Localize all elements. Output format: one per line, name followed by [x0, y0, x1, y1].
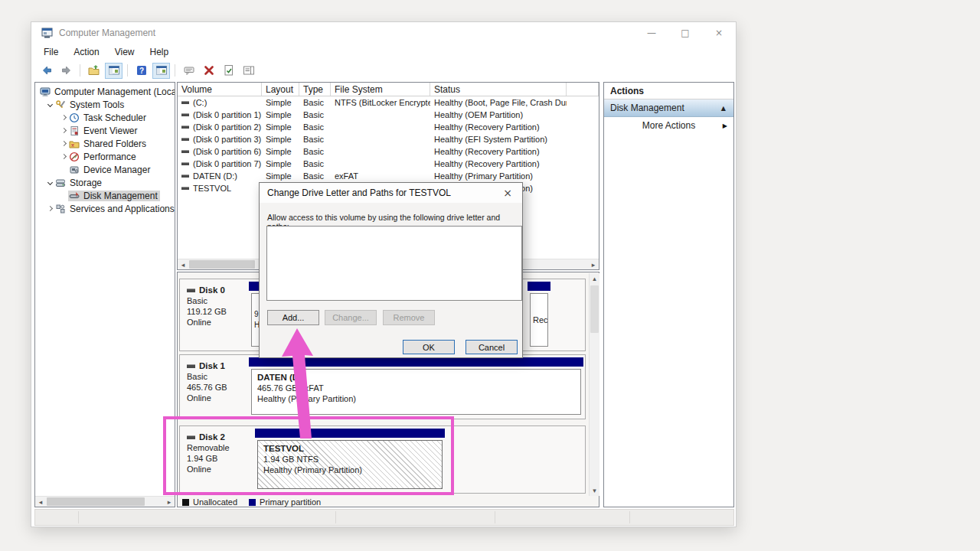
task-scheduler-icon	[69, 112, 80, 123]
services-icon	[55, 204, 67, 214]
window-title: Computer Management	[59, 28, 155, 38]
toolbar-separator	[80, 64, 80, 77]
remove-button[interactable]: Remove	[383, 310, 435, 325]
legend-unallocated: Unallocated	[182, 497, 237, 507]
disk-2-label[interactable]: Disk 2 Removable 1.94 GB Online	[180, 426, 247, 493]
tree-item-computer-management[interactable]: Computer Management (Local	[35, 85, 175, 98]
delete-icon[interactable]	[200, 63, 217, 79]
column-header-extra	[567, 83, 599, 96]
menu-view[interactable]: View	[107, 45, 142, 59]
ok-button[interactable]: OK	[403, 340, 455, 354]
maximize-button[interactable]: □	[668, 22, 702, 44]
drive-letter-listbox[interactable]	[266, 226, 522, 301]
partition-legend: Unallocated Primary partition	[182, 497, 583, 507]
tree-item-services-applications[interactable]: Services and Applications	[35, 202, 175, 215]
scroll-right-icon[interactable]: ▸	[588, 259, 599, 269]
column-header-volume[interactable]: Volume	[178, 83, 262, 96]
minimize-button[interactable]: —	[635, 22, 668, 44]
tree-item-device-manager[interactable]: Device Manager	[35, 163, 175, 176]
change-button[interactable]: Change...	[325, 310, 377, 325]
toolbar: ?	[31, 60, 736, 80]
menu-help[interactable]: Help	[142, 45, 177, 59]
legend-primary-partition: Primary partition	[249, 497, 321, 507]
help-icon[interactable]: ?	[132, 63, 150, 79]
scrollbar-thumb[interactable]	[590, 285, 599, 333]
change-drive-letter-dialog: Change Drive Letter and Paths for TESTVO…	[259, 182, 523, 358]
scroll-right-icon[interactable]: ▸	[164, 497, 175, 507]
column-header-status[interactable]: Status	[430, 83, 567, 96]
titlebar: Computer Management — □ ×	[31, 22, 736, 44]
details-list-icon[interactable]	[240, 63, 257, 79]
column-header-type[interactable]: Type	[299, 83, 331, 96]
add-button[interactable]: Add...	[267, 310, 319, 325]
volume-list-header: Volume Layout Type File System Status	[178, 83, 599, 96]
scroll-left-icon[interactable]: ◂	[35, 497, 46, 507]
scroll-down-icon[interactable]: ▾	[590, 485, 599, 496]
computer-management-window: Computer Management — □ × File Action Vi…	[31, 21, 737, 527]
dialog-close-icon[interactable]: ×	[496, 183, 519, 203]
menu-file[interactable]: File	[36, 45, 66, 59]
volume-icon	[181, 138, 189, 141]
scroll-up-icon[interactable]: ▴	[590, 273, 599, 284]
tree-item-performance[interactable]: Performance	[35, 150, 175, 163]
chevron-right-icon[interactable]	[60, 116, 68, 119]
volume-row[interactable]: (Disk 0 partition 6) Simple Basic Health…	[178, 145, 599, 158]
actions-panel: Actions Disk Management ▲ More Actions ▶	[603, 82, 734, 507]
console-tree-icon[interactable]	[105, 63, 122, 79]
device-manager-icon	[69, 165, 80, 175]
volume-row[interactable]: (Disk 0 partition 2) Simple Basic Health…	[178, 121, 599, 133]
disk-1-label[interactable]: Disk 1 Basic 465.76 GB Online	[180, 355, 247, 419]
chevron-right-icon[interactable]	[60, 155, 68, 158]
partition-color-bar	[528, 282, 550, 291]
tree-horizontal-scrollbar[interactable]: ◂ ▸	[35, 496, 175, 507]
daten-partition[interactable]: DATEN (D:) 465.76 GB exFAT Healthy (Prim…	[249, 357, 583, 416]
tree-item-task-scheduler[interactable]: Task Scheduler	[35, 111, 175, 124]
tree-item-event-viewer[interactable]: Event Viewer	[35, 124, 175, 137]
screen-tip-icon[interactable]	[180, 63, 198, 79]
export-folder-icon[interactable]	[85, 63, 103, 79]
testvol-partition[interactable]: TESTVOL 1.94 GB NTFS Healthy (Primary Pa…	[255, 429, 445, 491]
chevron-right-icon[interactable]	[46, 207, 54, 210]
chevron-down-icon[interactable]	[46, 103, 54, 106]
chevron-right-icon[interactable]	[60, 129, 68, 132]
column-header-layout[interactable]: Layout	[262, 83, 299, 96]
more-actions-item[interactable]: More Actions ▶	[604, 117, 733, 134]
volume-icon	[181, 174, 189, 178]
scroll-left-icon[interactable]: ◂	[178, 259, 188, 269]
console-tree-panel: Computer Management (Local System Tools …	[34, 82, 175, 507]
volume-row[interactable]: (C:) Simple Basic NTFS (BitLocker Encryp…	[178, 96, 599, 109]
computer-icon	[40, 86, 51, 97]
menu-action[interactable]: Action	[66, 45, 106, 59]
close-button[interactable]: ×	[702, 22, 736, 44]
disk-icon	[187, 435, 195, 439]
partition-color-bar	[249, 357, 583, 367]
volume-row[interactable]: (Disk 0 partition 3) Simple Basic Health…	[178, 133, 599, 145]
collapse-icon[interactable]: ▲	[721, 105, 726, 112]
disk-0-label[interactable]: Disk 0 Basic 119.12 GB Online	[180, 279, 247, 350]
tree-item-disk-management[interactable]: Disk Management	[35, 189, 175, 202]
volume-row[interactable]: (Disk 0 partition 7) Simple Basic Health…	[178, 158, 599, 170]
back-icon[interactable]	[38, 63, 55, 79]
disk-graph-vertical-scrollbar[interactable]: ▴ ▾	[589, 273, 599, 496]
disk-icon	[187, 289, 195, 292]
forward-icon[interactable]	[57, 63, 75, 79]
chevron-right-icon[interactable]	[60, 142, 68, 145]
actions-header: Actions	[604, 83, 733, 99]
tree-item-system-tools[interactable]: System Tools	[35, 98, 175, 111]
properties-check-icon[interactable]	[220, 63, 237, 79]
column-header-file-system[interactable]: File System	[331, 83, 430, 96]
toolbar-separator	[127, 64, 128, 77]
volume-icon	[181, 101, 189, 104]
tree-item-shared-folders[interactable]: Shared Folders	[35, 137, 175, 150]
scrollbar-thumb[interactable]	[189, 260, 255, 269]
chevron-down-icon[interactable]	[46, 181, 54, 184]
volume-row[interactable]: (Disk 0 partition 1) Simple Basic Health…	[178, 109, 599, 121]
tree-item-storage[interactable]: Storage	[35, 176, 175, 189]
cancel-button[interactable]: Cancel	[466, 340, 518, 354]
volume-icon	[181, 150, 189, 153]
actions-group-disk-management[interactable]: Disk Management ▲	[604, 99, 733, 117]
console-tree-icon[interactable]	[152, 63, 170, 79]
disk-0-recovery-partition[interactable]: Reco	[528, 282, 550, 348]
volume-row[interactable]: DATEN (D:) Simple Basic exFAT Healthy (P…	[178, 170, 599, 182]
scrollbar-thumb[interactable]	[47, 497, 145, 506]
